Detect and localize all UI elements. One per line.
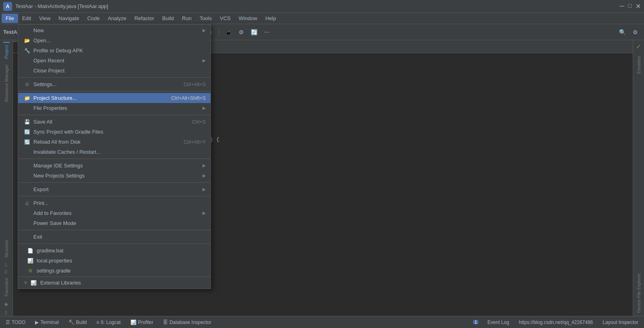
reload-icon: 🔃 bbox=[23, 139, 31, 145]
menu-section-5: Manage IDE Settings ▶ New Projects Setti… bbox=[18, 160, 211, 182]
menu-section-6: Export ▶ bbox=[18, 184, 211, 195]
sdk-manager[interactable]: ⚙ bbox=[235, 27, 247, 38]
title-bar: A TestAar - MainActivity.java [TestAar.a… bbox=[0, 0, 644, 13]
sync-icon: 🔄 bbox=[23, 129, 31, 135]
right-sidebar: ✓ Emulator Device File Explorer bbox=[633, 40, 644, 316]
bottom-database-inspector[interactable]: 🗄 Database Inspector bbox=[161, 319, 214, 326]
menu-item-open-recent[interactable]: Open Recent ▶ bbox=[18, 56, 211, 66]
divider-7 bbox=[18, 230, 211, 230]
bottom-logcat[interactable]: ≡ 6: Logcat bbox=[94, 319, 123, 326]
gradle-sync[interactable]: 🔄 bbox=[248, 27, 260, 38]
divider-recent bbox=[18, 276, 211, 277]
status-checkmark: ✓ bbox=[634, 40, 644, 53]
bottom-url[interactable]: https://blog.csdn.net/qq_42267486 bbox=[516, 319, 595, 326]
menu-item-profile-debug-apk[interactable]: 🔧 Profile or Debug APK bbox=[18, 45, 211, 56]
menu-section-1: New ▶ 📂 Open... 🔧 Profile or Debug APK O… bbox=[18, 25, 211, 76]
menu-item-sync-gradle[interactable]: 🔄 Sync Project with Gradle Files bbox=[18, 127, 211, 137]
menu-item-refactor[interactable]: Refactor bbox=[130, 14, 158, 23]
project-name: TestA bbox=[3, 29, 17, 35]
menu-item-open[interactable]: 📂 Open... bbox=[18, 35, 211, 45]
menu-item-reload-disk[interactable]: 🔃 Reload All from Disk Ctrl+Alt+Y bbox=[18, 137, 211, 147]
divider-5 bbox=[18, 182, 211, 183]
logcat-icon: ≡ bbox=[97, 320, 99, 325]
layout-inspector-label: Layout Inspector bbox=[603, 320, 638, 325]
sidebar-project[interactable]: Project bbox=[3, 42, 10, 61]
menu-item-invalidate-caches[interactable]: Invalidate Caches / Restart... bbox=[18, 147, 211, 157]
menu-item-view[interactable]: View bbox=[35, 14, 54, 23]
external-libs-icon: 📊 bbox=[30, 280, 38, 286]
sidebar-structure[interactable]: Structure bbox=[3, 237, 10, 260]
build-icon: 🔨 bbox=[68, 320, 74, 325]
more-actions[interactable]: ⋯ bbox=[261, 27, 272, 38]
menu-section-7: 🖨 Print... Add to Favorites ▶ Power Save… bbox=[18, 197, 211, 229]
app-icon: A bbox=[3, 2, 12, 11]
divider-4 bbox=[18, 159, 211, 159]
menu-item-tools[interactable]: Tools bbox=[196, 14, 216, 23]
menu-section-4: 💾 Save All Ctrl+S 🔄 Sync Project with Gr… bbox=[18, 116, 211, 158]
menu-item-save-all[interactable]: 💾 Save All Ctrl+S bbox=[18, 117, 211, 127]
profile-icon: 🔧 bbox=[23, 48, 31, 54]
right-sidebar-device-file-explorer[interactable]: Device File Explorer bbox=[635, 270, 643, 316]
menu-item-project-structure[interactable]: 📁 Project Structure... Ctrl+Alt+Shift+S bbox=[18, 93, 211, 103]
menu-item-file[interactable]: File bbox=[2, 14, 18, 23]
menu-item-navigate[interactable]: Navigate bbox=[54, 14, 83, 23]
menu-item-new[interactable]: New ▶ bbox=[18, 25, 211, 35]
todo-icon: ☰ bbox=[6, 320, 10, 325]
menu-item-vcs[interactable]: VCS bbox=[216, 14, 235, 23]
menu-item-help[interactable]: Help bbox=[261, 14, 280, 23]
search-everywhere[interactable]: 🔍 bbox=[617, 27, 628, 38]
gradlew-file-icon: 📄 bbox=[26, 248, 34, 254]
settings-button[interactable]: ⚙ bbox=[630, 27, 641, 38]
menu-item-window[interactable]: Window bbox=[235, 14, 261, 23]
project-structure-icon: 📁 bbox=[23, 95, 31, 101]
close-button[interactable]: ✕ bbox=[636, 2, 641, 10]
menu-section-2: ⚙ Settings... Ctrl+Alt+S bbox=[18, 78, 211, 90]
external-libraries-item[interactable]: ▼ 📊 External Libraries bbox=[18, 278, 211, 288]
divider-8 bbox=[18, 243, 211, 244]
minimize-button[interactable]: ─ bbox=[619, 2, 624, 10]
recent-file-settings[interactable]: ⚙ settings.gradle bbox=[18, 266, 211, 276]
menu-item-analyze[interactable]: Analyze bbox=[104, 14, 130, 23]
divider-6 bbox=[18, 196, 211, 196]
sidebar-star[interactable]: ★ bbox=[2, 299, 10, 309]
menu-item-file-properties[interactable]: File Properties ▶ bbox=[18, 103, 211, 113]
recent-files-section: 📄 gradlew.bat 📊 local.properties ⚙ setti… bbox=[18, 245, 211, 289]
divider-3 bbox=[18, 115, 211, 115]
right-sidebar-emulator[interactable]: Emulator bbox=[635, 53, 643, 77]
build-label: Build bbox=[76, 320, 87, 325]
bottom-todo[interactable]: ☰ TODO bbox=[3, 319, 28, 326]
window-title: TestAar - MainActivity.java [TestAar.app… bbox=[15, 3, 108, 9]
recent-file-local[interactable]: 📊 local.properties bbox=[18, 256, 211, 266]
bottom-terminal[interactable]: ▶ Terminal bbox=[33, 319, 61, 326]
save-icon: 💾 bbox=[23, 119, 31, 125]
menu-item-new-projects-settings[interactable]: New Projects Settings ▶ bbox=[18, 171, 211, 181]
db-inspector-label: Database Inspector bbox=[169, 320, 211, 325]
menu-item-edit[interactable]: Edit bbox=[18, 14, 35, 23]
recent-file-gradlew[interactable]: 📄 gradlew.bat bbox=[18, 245, 211, 256]
event-log-badge: 1 bbox=[473, 320, 479, 324]
menu-item-print[interactable]: 🖨 Print... bbox=[18, 198, 211, 208]
menu-item-build[interactable]: Build bbox=[158, 14, 178, 23]
sidebar-resource-manager[interactable]: Resource Manager bbox=[3, 62, 10, 105]
menu-item-add-favorites[interactable]: Add to Favorites ▶ bbox=[18, 208, 211, 218]
menu-item-exit[interactable]: Exit bbox=[18, 232, 211, 242]
sidebar-number-2: 2: bbox=[4, 269, 8, 275]
bottom-layout-inspector[interactable]: Layout Inspector bbox=[600, 319, 641, 326]
menu-item-export[interactable]: Export ▶ bbox=[18, 184, 211, 194]
bottom-profiler[interactable]: 📊 Profiler bbox=[128, 319, 156, 326]
local-props-icon: 📊 bbox=[26, 258, 34, 264]
menu-item-manage-ide-settings[interactable]: Manage IDE Settings ▶ bbox=[18, 161, 211, 171]
bottom-build[interactable]: 🔨 Build bbox=[66, 319, 89, 326]
sidebar-favorites[interactable]: Favorites bbox=[3, 276, 10, 299]
menu-item-close-project[interactable]: Close Project bbox=[18, 66, 211, 76]
bottom-event-log[interactable]: Event Log bbox=[485, 319, 512, 326]
menu-item-run[interactable]: Run bbox=[178, 14, 196, 23]
maximize-button[interactable]: □ bbox=[628, 2, 632, 10]
menu-item-power-save[interactable]: Power Save Mode bbox=[18, 218, 211, 228]
menu-item-settings[interactable]: ⚙ Settings... Ctrl+Alt+S bbox=[18, 79, 211, 89]
window-controls: ─ □ ✕ bbox=[619, 2, 641, 10]
avd-manager[interactable]: 📱 bbox=[223, 27, 234, 38]
menu-item-code[interactable]: Code bbox=[83, 14, 104, 23]
url-label: https://blog.csdn.net/qq_42267486 bbox=[519, 320, 593, 325]
event-log-label: Event Log bbox=[487, 320, 509, 325]
